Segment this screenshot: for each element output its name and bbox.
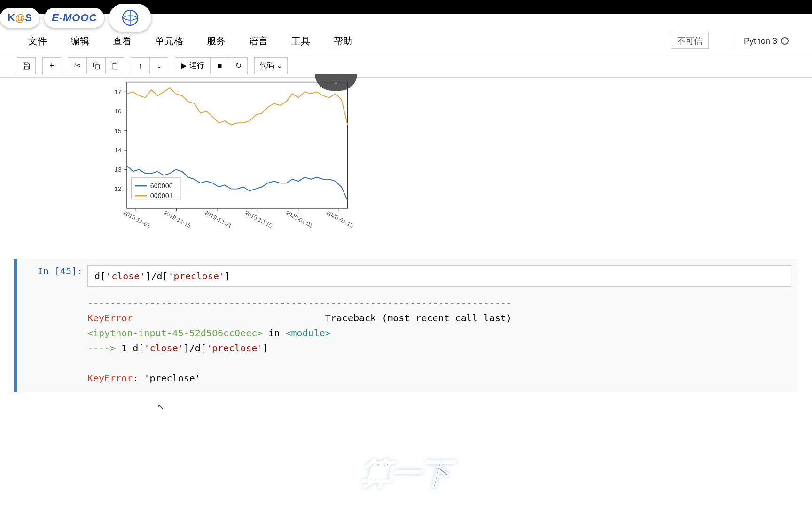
svg-text:2020-01-01: 2020-01-01 — [284, 209, 314, 229]
kernel-status-icon — [781, 37, 789, 45]
logo-row: K@S E-MOOC — [0, 4, 151, 32]
restart-icon: ↻ — [235, 61, 242, 70]
celltype-label: 代码 — [259, 61, 274, 71]
stop-button[interactable]: ■ — [210, 57, 229, 74]
paste-button[interactable] — [105, 57, 124, 74]
kernel-name: Python 3 — [744, 36, 777, 46]
celltype-select[interactable]: 代码 ⌄ — [254, 57, 288, 74]
svg-text:13: 13 — [115, 166, 122, 173]
add-cell-button[interactable]: ＋ — [42, 57, 61, 74]
arrow-down-icon: ↓ — [157, 62, 161, 70]
svg-text:600000: 600000 — [150, 182, 173, 190]
code-cell[interactable]: In [45]: d['close']/d['preclose'] ------… — [14, 259, 798, 392]
move-down-button[interactable]: ↓ — [149, 57, 168, 74]
svg-text:2019-11-01: 2019-11-01 — [122, 209, 152, 229]
menubar: 文件 编辑 查看 单元格 服务 语言 工具 帮助 不可信 Python 3 — [0, 28, 812, 54]
menu-language[interactable]: 语言 — [244, 32, 273, 50]
chart-output: 1213141516172019-11-012019-11-152019-12-… — [94, 78, 798, 240]
mouse-cursor: ↖ — [157, 402, 164, 411]
save-button[interactable] — [17, 57, 36, 74]
code-input[interactable]: d['close']/d['preclose'] — [87, 265, 791, 287]
restart-button[interactable]: ↻ — [229, 57, 248, 74]
menu-kernel[interactable]: 服务 — [202, 32, 230, 50]
copy-button[interactable] — [86, 57, 105, 74]
cell-prompt: In [45]: — [17, 259, 87, 392]
svg-text:12: 12 — [115, 185, 122, 192]
menu-tools[interactable]: 工具 — [287, 32, 315, 50]
cell-output: ----------------------------------------… — [87, 295, 791, 386]
stop-icon: ■ — [218, 62, 222, 70]
run-button[interactable]: ▶运行 — [175, 57, 210, 74]
play-icon: ▶ — [181, 61, 187, 70]
svg-text:15: 15 — [115, 127, 122, 135]
notebook-area: ▲ 1213141516172019-11-012019-11-152019-1… — [0, 78, 812, 392]
plus-icon: ＋ — [48, 61, 55, 71]
menu-view[interactable]: 查看 — [108, 32, 136, 50]
svg-rect-2 — [113, 63, 116, 64]
logo-knowledge-share — [109, 4, 151, 32]
trusted-badge[interactable]: 不可信 — [671, 33, 709, 49]
svg-text:2019-12-01: 2019-12-01 — [203, 209, 233, 229]
menu-file[interactable]: 文件 — [23, 32, 52, 50]
kernel-indicator[interactable]: Python 3 — [734, 36, 789, 46]
menu-cell[interactable]: 单元格 — [150, 32, 188, 50]
run-label: 运行 — [189, 61, 204, 71]
menu-help[interactable]: 帮助 — [329, 32, 357, 50]
svg-text:2019-11-15: 2019-11-15 — [163, 209, 192, 229]
logo-emooc: E-MOOC — [44, 8, 104, 28]
move-up-button[interactable]: ↑ — [131, 57, 149, 74]
svg-text:000001: 000001 — [150, 192, 173, 199]
video-caption: 算一下 — [361, 453, 451, 494]
svg-text:17: 17 — [115, 88, 122, 95]
cut-button[interactable]: ✂ — [68, 57, 86, 74]
svg-text:2019-12-15: 2019-12-15 — [244, 209, 273, 229]
chevron-down-icon: ⌄ — [276, 61, 282, 70]
svg-text:2020-01-15: 2020-01-15 — [325, 209, 355, 229]
menu-edit[interactable]: 编辑 — [66, 32, 94, 50]
svg-text:16: 16 — [115, 108, 122, 115]
arrow-up-icon: ↑ — [139, 62, 142, 70]
svg-text:14: 14 — [115, 147, 122, 154]
cut-icon: ✂ — [74, 61, 80, 70]
logo-kas: K@S — [0, 8, 39, 28]
toolbar: ＋ ✂ ↑ ↓ ▶运行 ■ ↻ 代码 ⌄ — [0, 54, 812, 78]
line-chart: 1213141516172019-11-012019-11-152019-12-… — [94, 78, 376, 240]
svg-rect-1 — [95, 65, 100, 69]
